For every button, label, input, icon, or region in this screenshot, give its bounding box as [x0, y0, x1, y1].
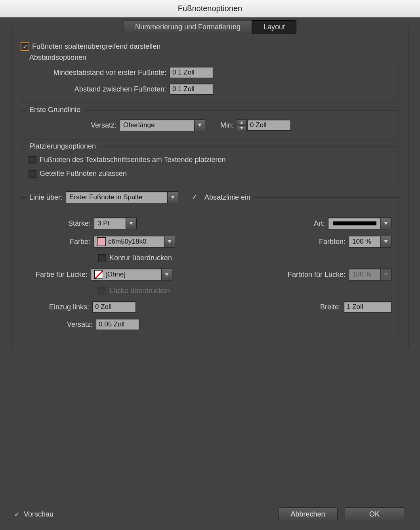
- chevron-down-icon: [126, 217, 137, 229]
- tab-numbering[interactable]: Nummerierung und Formatierung: [124, 20, 252, 34]
- dialog-main-group: Nummerierung und Formatierung Layout Fuß…: [11, 27, 409, 348]
- overprint-stroke-checkbox[interactable]: [98, 254, 106, 262]
- gap-tint-value: 100 %: [349, 269, 380, 280]
- baseline-min-input[interactable]: [247, 120, 291, 131]
- svg-marker-9: [384, 273, 388, 276]
- first-baseline-group: Erste Grundlinie Versatz: Oberlänge Min:: [21, 110, 399, 139]
- chevron-up-icon: [237, 119, 246, 125]
- weight-dropdown[interactable]: 3 Pt: [94, 217, 137, 229]
- overprint-stroke-label: Kontur überdrucken: [109, 254, 172, 262]
- placement-options-group: Platzierungsoptionen Fußnoten des Textab…: [21, 147, 399, 186]
- min-before-input[interactable]: [170, 67, 213, 78]
- svg-marker-8: [165, 273, 169, 276]
- width-input[interactable]: [344, 301, 391, 313]
- chevron-down-icon: [237, 125, 246, 131]
- tint-label: Farbton:: [319, 238, 346, 246]
- split-footnotes-checkbox[interactable]: [29, 170, 36, 178]
- color-dropdown[interactable]: c6m50y18k0: [94, 236, 175, 248]
- stroke-preview: [333, 221, 376, 225]
- gap-tint-dropdown: 100 %: [349, 269, 391, 280]
- rule-above-value: Erster Fußnote in Spalte: [66, 191, 167, 203]
- svg-marker-5: [384, 222, 388, 225]
- svg-marker-0: [198, 124, 202, 127]
- rule-above-group: Linie über: Erster Fußnote in Spalte Abs…: [21, 197, 399, 338]
- chevron-down-icon: [380, 217, 391, 229]
- spacing-legend: Abstandsoptionen: [27, 53, 89, 62]
- rule-offset-input[interactable]: [96, 319, 139, 330]
- span-columns-checkbox[interactable]: [21, 43, 29, 51]
- rule-offset-label: Versatz:: [67, 320, 93, 329]
- baseline-legend: Erste Grundlinie: [27, 106, 83, 114]
- svg-marker-7: [384, 240, 388, 243]
- rule-above-dropdown[interactable]: Erster Fußnote in Spalte: [66, 191, 178, 203]
- svg-marker-6: [168, 240, 172, 243]
- end-of-story-checkbox[interactable]: [29, 156, 36, 164]
- preview-label: Vorschau: [24, 510, 53, 519]
- chevron-down-icon: [167, 191, 178, 203]
- rule-on-checkbox[interactable]: [190, 193, 198, 201]
- split-footnotes-label: Geteilte Fußnoten zulassen: [40, 170, 127, 178]
- end-of-story-label: Fußnoten des Textabschnittsendes am Text…: [40, 156, 226, 164]
- color-swatch: [97, 237, 106, 246]
- weight-value: 3 Pt: [94, 217, 126, 229]
- rule-above-label: Linie über:: [29, 193, 63, 202]
- type-dropdown[interactable]: [328, 217, 391, 229]
- svg-marker-4: [129, 222, 133, 225]
- chevron-down-icon: [164, 236, 175, 248]
- width-label: Breite:: [320, 303, 341, 311]
- ok-button[interactable]: OK: [345, 507, 404, 521]
- tint-dropdown[interactable]: 100 %: [349, 236, 391, 248]
- weight-label: Stärke:: [68, 219, 91, 228]
- tab-layout[interactable]: Layout: [252, 20, 296, 34]
- dialog-title: Fußnotenoptionen: [178, 4, 242, 13]
- gap-color-dropdown[interactable]: [Ohne]: [91, 269, 172, 280]
- cancel-button[interactable]: Abbrechen: [278, 507, 338, 521]
- type-label: Art:: [314, 219, 325, 228]
- gap-color-value: [Ohne]: [105, 271, 126, 278]
- chevron-down-icon: [194, 119, 205, 131]
- none-swatch-icon: [94, 270, 103, 279]
- left-indent-label: Einzug links:: [49, 303, 89, 311]
- baseline-offset-label: Versatz:: [29, 121, 120, 130]
- baseline-offset-dropdown[interactable]: Oberlänge: [120, 119, 205, 131]
- spacing-options-group: Abstandsoptionen Mindestabstand vor erst…: [21, 58, 399, 103]
- color-value: c6m50y18k0: [108, 238, 146, 246]
- preview-checkbox[interactable]: [13, 511, 21, 519]
- color-label: Farbe:: [70, 238, 90, 246]
- left-indent-input[interactable]: [92, 301, 136, 313]
- min-before-label: Mindestabstand vor erster Fußnote:: [29, 69, 170, 77]
- placement-legend: Platzierungsoptionen: [27, 142, 98, 151]
- baseline-min-label: Min:: [205, 121, 237, 130]
- rule-on-label: Absatzlinie ein: [204, 193, 250, 202]
- tab-bar: Nummerierung und Formatierung Layout: [120, 20, 300, 34]
- chevron-down-icon: [380, 236, 391, 248]
- gap-color-label: Farbe für Lücke:: [36, 271, 88, 279]
- chevron-down-icon: [380, 269, 391, 280]
- between-label: Abstand zwischen Fußnoten:: [29, 85, 170, 93]
- chevron-down-icon: [161, 269, 172, 280]
- svg-marker-1: [240, 121, 243, 124]
- overprint-gap-checkbox: [98, 287, 106, 295]
- gap-tint-label: Farbton für Lücke:: [288, 271, 346, 279]
- dialog-titlebar: Fußnotenoptionen: [0, 0, 420, 17]
- tint-value: 100 %: [349, 236, 380, 248]
- overprint-gap-label: Lücke überdrucken: [109, 287, 170, 295]
- span-columns-label: Fußnoten spaltenübergreifend darstellen: [32, 42, 160, 51]
- between-input[interactable]: [170, 84, 213, 95]
- svg-marker-3: [171, 196, 175, 199]
- baseline-offset-value: Oberlänge: [120, 119, 194, 131]
- svg-marker-2: [240, 127, 243, 130]
- baseline-min-spinner[interactable]: [237, 119, 246, 131]
